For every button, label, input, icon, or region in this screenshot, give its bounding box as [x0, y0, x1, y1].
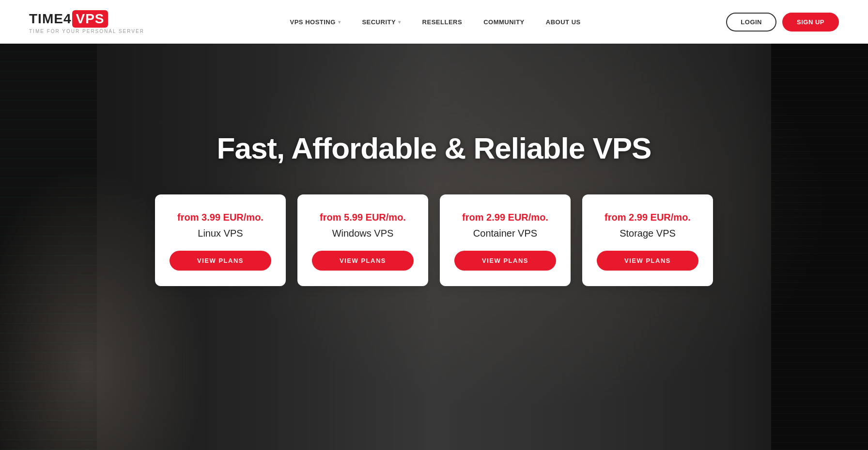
nav-item-vps-hosting[interactable]: VPS HOSTING ▾ [279, 0, 352, 44]
hero-content: Fast, Affordable & Reliable VPS from 3.9… [0, 44, 868, 286]
card-storage-name: Storage VPS [620, 228, 676, 239]
chevron-down-icon: ▾ [338, 19, 341, 25]
nav-item-resellers[interactable]: RESELLERS [412, 0, 473, 44]
card-container-view-plans-button[interactable]: VIEW PLANS [454, 251, 556, 271]
card-windows-price: from 5.99 EUR/mo. [320, 212, 406, 223]
nav-item-about-us[interactable]: ABOUT US [535, 0, 591, 44]
vps-cards-row: from 3.99 EUR/mo. Linux VPS VIEW PLANS f… [0, 194, 868, 286]
card-container-price: from 2.99 EUR/mo. [462, 212, 548, 223]
chevron-down-icon: ▾ [398, 19, 401, 25]
card-storage-price: from 2.99 EUR/mo. [604, 212, 691, 223]
login-button[interactable]: LOGIN [726, 13, 776, 32]
auth-area: LOGIN SIGN UP [726, 13, 839, 32]
card-container-vps: from 2.99 EUR/mo. Container VPS VIEW PLA… [440, 194, 571, 286]
logo-area[interactable]: TIME4 VPS TIME FOR YOUR PERSONAL SERVER [29, 10, 144, 34]
card-linux-price: from 3.99 EUR/mo. [177, 212, 264, 223]
nav-item-security[interactable]: SECURITY ▾ [351, 0, 411, 44]
hero-section: Fast, Affordable & Reliable VPS from 3.9… [0, 44, 868, 450]
signup-button[interactable]: SIGN UP [782, 13, 839, 32]
logo-text-before: TIME4 [29, 11, 71, 27]
card-storage-view-plans-button[interactable]: VIEW PLANS [597, 251, 698, 271]
card-storage-vps: from 2.99 EUR/mo. Storage VPS VIEW PLANS [582, 194, 713, 286]
logo[interactable]: TIME4 VPS [29, 10, 108, 28]
main-nav: VPS HOSTING ▾ SECURITY ▾ RESELLERS COMMU… [279, 0, 591, 44]
card-linux-name: Linux VPS [198, 228, 243, 239]
hero-title: Fast, Affordable & Reliable VPS [217, 131, 651, 165]
card-container-name: Container VPS [473, 228, 537, 239]
logo-tagline: TIME FOR YOUR PERSONAL SERVER [29, 29, 144, 34]
card-windows-view-plans-button[interactable]: VIEW PLANS [312, 251, 414, 271]
nav-item-community[interactable]: COMMUNITY [473, 0, 535, 44]
card-windows-name: Windows VPS [332, 228, 394, 239]
logo-vps: VPS [72, 10, 108, 28]
card-windows-vps: from 5.99 EUR/mo. Windows VPS VIEW PLANS [297, 194, 428, 286]
card-linux-vps: from 3.99 EUR/mo. Linux VPS VIEW PLANS [155, 194, 286, 286]
header: TIME4 VPS TIME FOR YOUR PERSONAL SERVER … [0, 0, 868, 44]
card-linux-view-plans-button[interactable]: VIEW PLANS [170, 251, 271, 271]
